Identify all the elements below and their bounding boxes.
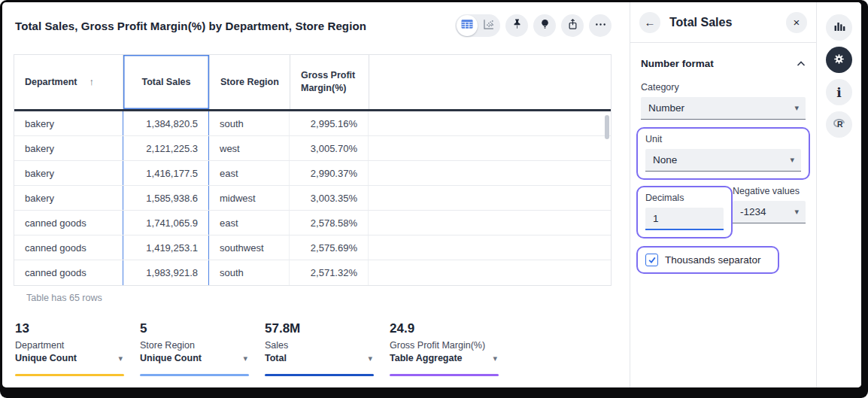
r-logo-button[interactable]: R [826, 111, 852, 138]
ellipsis-icon [593, 17, 608, 34]
thousands-separator-label: Thousands separator [665, 254, 761, 266]
close-panel-button[interactable]: × [786, 12, 807, 33]
decimals-label: Decimals [645, 193, 724, 203]
settings-button[interactable] [826, 47, 852, 73]
chevron-down-icon: ▾ [243, 354, 247, 363]
column-header-store-region[interactable]: Store Region [210, 55, 290, 109]
window-frame: Total Sales, Gross Profit Margin(%) by D… [0, 0, 868, 398]
table-row: bakery2,121,225.3west3,005.70% [14, 136, 611, 161]
checkmark-icon [648, 254, 657, 267]
category-select[interactable]: Number ▾ [641, 97, 806, 120]
stat-aggregation-dropdown[interactable]: Total ▾ [265, 353, 374, 363]
table-row: canned goods1,983,921.8south2,571.32% [14, 260, 611, 285]
category-label: Category [641, 82, 806, 93]
r-logo-icon: R [831, 116, 847, 134]
table-row: bakery1,585,938.6midwest3,003.35% [14, 186, 611, 211]
pin-icon [510, 17, 524, 34]
stat-label: Sales [265, 340, 390, 351]
table-view-button[interactable] [457, 15, 478, 36]
stat-underline [140, 374, 249, 376]
bar-chart-icon [832, 20, 846, 36]
decimals-highlight-box: Decimals [636, 186, 733, 238]
table-icon [460, 17, 475, 35]
section-title: Number format [641, 58, 714, 69]
thousands-separator-checkbox[interactable] [645, 254, 658, 266]
element-header: Total Sales, Gross Profit Margin(%) by D… [15, 11, 612, 40]
toolbar [455, 14, 612, 37]
view-toggle [455, 14, 500, 37]
number-format-section-header[interactable]: Number format [641, 56, 806, 70]
sort-ascending-icon[interactable]: ↑ [89, 75, 94, 89]
row-count-note: Table has 65 rows [26, 293, 102, 303]
stat-underline [390, 374, 499, 376]
thousands-separator-highlight-box: Thousands separator [636, 246, 779, 274]
chevron-down-icon: ▾ [794, 97, 799, 119]
stat-aggregation-dropdown[interactable]: Unique Count ▾ [140, 353, 249, 363]
main-area: Total Sales, Gross Profit Margin(%) by D… [2, 2, 630, 387]
panel-body: Number format Category Number ▾ Unit Non… [630, 43, 816, 274]
back-button[interactable]: ← [639, 12, 660, 33]
stat-card-department: 13 Department Unique Count ▾ [15, 321, 140, 376]
unit-highlight-box: Unit None ▾ [636, 127, 810, 180]
table-row: canned goods1,741,065.9east2,578.58% [14, 211, 611, 235]
share-icon [566, 17, 580, 34]
negative-values-group: Negative values -1234 ▾ [733, 186, 806, 238]
column-header-department[interactable]: Department ↑ [14, 55, 123, 109]
stat-value: 57.8M [265, 321, 390, 336]
share-button[interactable] [561, 14, 584, 37]
svg-text:R: R [837, 120, 843, 129]
panel-title: Total Sales [669, 16, 786, 29]
decimals-input[interactable] [645, 208, 724, 230]
stat-card-gross-profit-margin: 24.9 Gross Profit Margin(%) Table Aggreg… [390, 321, 514, 376]
table-body: bakery1,384,820.5south2,995.16% bakery2,… [14, 111, 611, 285]
stat-label: Gross Profit Margin(%) [390, 340, 514, 351]
page-title: Total Sales, Gross Profit Margin(%) by D… [15, 20, 366, 32]
stat-underline [265, 374, 374, 376]
chart-view-button[interactable] [478, 15, 499, 36]
insights-button[interactable] [533, 14, 556, 37]
stat-underline [15, 374, 124, 376]
data-table: Department ↑ Total Sales Store Region Gr… [14, 54, 612, 286]
scatter-chart-icon [481, 17, 496, 35]
table-vertical-scrollbar[interactable] [605, 115, 609, 139]
stat-label: Store Region [140, 340, 265, 351]
stat-aggregation-dropdown[interactable]: Unique Count ▾ [15, 353, 124, 363]
negative-values-select[interactable]: -1234 ▾ [733, 201, 806, 223]
column-header-empty[interactable] [369, 55, 611, 109]
pin-button[interactable] [505, 14, 528, 37]
table-header-row: Department ↑ Total Sales Store Region Gr… [14, 55, 611, 111]
column-header-total-sales[interactable]: Total Sales [123, 55, 210, 109]
stat-aggregation-dropdown[interactable]: Table Aggregate ▾ [390, 353, 499, 363]
back-arrow-icon: ← [645, 16, 656, 29]
unit-label: Unit [645, 134, 801, 144]
decimals-negative-row: Decimals Negative values -1234 ▾ [641, 186, 806, 238]
summary-stats: 13 Department Unique Count ▾ 5 Store Reg… [15, 321, 514, 376]
stat-value: 5 [140, 321, 265, 336]
stat-card-store-region: 5 Store Region Unique Count ▾ [140, 321, 265, 376]
panel-header: ← Total Sales × [630, 2, 816, 43]
lightbulb-icon [538, 17, 552, 34]
table-row: canned goods1,419,253.1southwest2,575.69… [14, 235, 611, 260]
chevron-down-icon: ▾ [794, 201, 799, 223]
stat-value: 24.9 [390, 321, 514, 336]
column-header-gross-profit-margin[interactable]: Gross Profit Margin(%) [290, 55, 369, 109]
table-row: bakery1,384,820.5south2,995.16% [14, 111, 611, 136]
format-panel: ← Total Sales × Number format Category N… [630, 2, 816, 387]
stat-label: Department [15, 340, 140, 351]
close-icon: × [794, 16, 800, 29]
chart-properties-button[interactable] [826, 14, 852, 41]
stat-card-sales: 57.8M Sales Total ▾ [265, 321, 390, 376]
chevron-down-icon: ▾ [368, 354, 372, 363]
chevron-up-icon [797, 56, 806, 70]
unit-select[interactable]: None ▾ [645, 149, 801, 172]
negative-values-label: Negative values [733, 186, 806, 196]
chevron-down-icon: ▾ [118, 354, 123, 363]
app-window: Total Sales, Gross Profit Margin(%) by D… [2, 2, 861, 387]
stat-value: 13 [15, 321, 140, 336]
info-button[interactable]: i [826, 79, 852, 105]
side-icon-rail: i R [816, 2, 861, 387]
info-icon: i [836, 85, 841, 100]
gear-icon [832, 52, 846, 68]
chevron-down-icon: ▾ [493, 354, 497, 363]
more-button[interactable] [589, 14, 612, 37]
